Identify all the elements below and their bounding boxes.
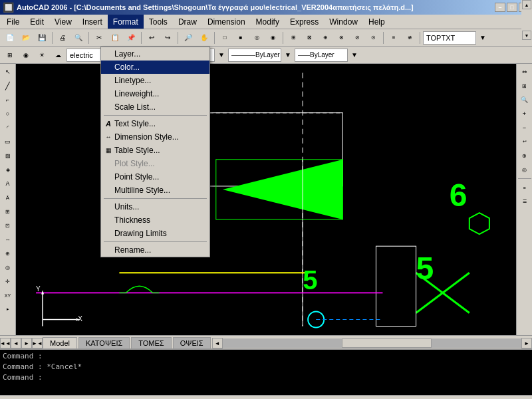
b11[interactable]: ≡: [386, 31, 401, 45]
tab-next-btn[interactable]: ►: [21, 338, 32, 348]
lt-insert[interactable]: ⊞: [1, 205, 15, 218]
open-button[interactable]: 📂: [19, 31, 33, 45]
linetype-combo[interactable]: ———— ByLayer: [228, 49, 281, 62]
copy-button[interactable]: 📋: [108, 31, 122, 45]
text-combo-arrow[interactable]: ▼: [477, 31, 488, 45]
linetype-combo-arrow[interactable]: ▼: [283, 48, 293, 63]
lt-polar[interactable]: ✛: [1, 275, 15, 288]
preview-button[interactable]: 🔍: [71, 31, 86, 45]
layer-btn4[interactable]: ☁: [51, 48, 65, 63]
menu-item-textstyle[interactable]: A Text Style...: [101, 117, 209, 130]
b5[interactable]: ⊞: [286, 31, 301, 45]
menu-format[interactable]: Format: [108, 15, 144, 29]
lt-attdef[interactable]: ⊡: [1, 219, 15, 232]
menu-item-lineweight[interactable]: Lineweight...: [101, 87, 209, 100]
menu-dimension[interactable]: Dimension: [202, 15, 251, 29]
lineweight-combo[interactable]: —— ByLayer: [295, 49, 348, 62]
b2[interactable]: ■: [233, 31, 248, 45]
h-scroll-track[interactable]: [223, 338, 521, 348]
maximize-button[interactable]: □: [507, 3, 517, 12]
paste-button[interactable]: 📌: [124, 31, 138, 45]
menu-item-thickness[interactable]: Thickness: [101, 213, 209, 227]
b3[interactable]: ◎: [249, 31, 264, 45]
cmd-scroll-up[interactable]: ▲: [522, 0, 531, 9]
rt-zoom-win[interactable]: 🔍: [518, 93, 531, 106]
lt-select[interactable]: ↖: [1, 65, 15, 78]
cmd-scroll-dn[interactable]: ▼: [522, 31, 531, 40]
menu-item-scalelist[interactable]: Scale List...: [101, 100, 209, 114]
b12[interactable]: ≢: [402, 31, 417, 45]
b4[interactable]: ◉: [265, 31, 280, 45]
lineweight-combo-arrow[interactable]: ▼: [349, 48, 360, 63]
canvas-area[interactable]: 6 5 5: [16, 64, 516, 335]
h-scroll-thumb[interactable]: [342, 338, 432, 348]
tab-tomes[interactable]: ΤΟΜΕΣ: [131, 337, 171, 348]
lt-circle[interactable]: ○: [1, 107, 15, 120]
rt-zoom-out[interactable]: −: [518, 121, 531, 134]
lt-arc[interactable]: ◜: [1, 121, 15, 134]
menu-item-units[interactable]: Units...: [101, 200, 209, 213]
menu-tools[interactable]: Tools: [144, 15, 173, 29]
menu-item-drawinglimits[interactable]: Drawing Limits: [101, 227, 209, 240]
menu-file[interactable]: File: [1, 15, 25, 29]
menu-item-linetype[interactable]: Linetype...: [101, 74, 209, 87]
lt-polyline[interactable]: ⌐: [1, 93, 15, 106]
lt-xyz[interactable]: XY: [1, 289, 15, 302]
lt-hatch[interactable]: ▨: [1, 149, 15, 162]
new-button[interactable]: 📄: [3, 31, 17, 45]
layer-btn3[interactable]: ☀: [35, 48, 49, 63]
menu-item-mlinestyle[interactable]: Multiline Style...: [101, 184, 209, 197]
lt-osnap[interactable]: ◎: [1, 261, 15, 274]
undo-button[interactable]: ↩: [144, 31, 159, 45]
menu-item-dimstyle[interactable]: ↔ Dimension Style...: [101, 130, 209, 144]
lt-dim[interactable]: ↔: [1, 233, 15, 246]
lt-snap[interactable]: ⊕: [1, 247, 15, 260]
menu-edit[interactable]: Edit: [25, 15, 49, 29]
cut-button[interactable]: ✂: [92, 31, 106, 45]
lt-wcs[interactable]: ▸: [1, 303, 15, 316]
b10[interactable]: ⊙: [366, 31, 380, 45]
layer-prop-btn[interactable]: ⊞: [3, 48, 17, 63]
menu-draw[interactable]: Draw: [173, 15, 202, 29]
rt-orbit[interactable]: ◎: [518, 163, 531, 176]
menu-item-tablestyle[interactable]: ▦ Table Style...: [101, 144, 209, 157]
b7[interactable]: ⊕: [318, 31, 332, 45]
b1[interactable]: □: [217, 31, 232, 45]
tab-first-btn[interactable]: ◄◄: [0, 338, 11, 348]
b8[interactable]: ⊗: [334, 31, 348, 45]
rt-zoom-all[interactable]: ⊞: [518, 79, 531, 92]
layer-btn2[interactable]: ◉: [19, 48, 33, 63]
menu-item-rename[interactable]: Rename...: [101, 243, 209, 257]
save-button[interactable]: 💾: [35, 31, 49, 45]
pan-button[interactable]: ✋: [197, 31, 211, 45]
color-combo-arrow[interactable]: ▼: [216, 48, 227, 63]
text-style-combo[interactable]: ΤΟPTXT: [423, 31, 476, 45]
menu-insert[interactable]: Insert: [77, 15, 108, 29]
rt-snap[interactable]: ⊕: [518, 149, 531, 162]
lt-text[interactable]: A: [1, 177, 15, 190]
tab-opseis[interactable]: ΟΨΕΙΣ: [173, 337, 211, 348]
rt-zoom-prev[interactable]: ↩: [518, 135, 531, 148]
menu-view[interactable]: View: [49, 15, 77, 29]
lt-rect[interactable]: ▭: [1, 135, 15, 148]
menu-modify[interactable]: Modify: [251, 15, 285, 29]
zoom-button[interactable]: 🔎: [181, 31, 196, 45]
menu-express[interactable]: Express: [285, 15, 324, 29]
rt-prop2[interactable]: ☰: [518, 195, 531, 208]
h-scroll-right[interactable]: ►: [521, 338, 532, 348]
menu-help[interactable]: Help: [363, 15, 390, 29]
print-button[interactable]: 🖨: [55, 31, 70, 45]
menu-window[interactable]: Window: [324, 15, 363, 29]
menu-item-color[interactable]: Color...: [101, 64, 209, 74]
minimize-button[interactable]: –: [495, 3, 505, 12]
tab-last-btn[interactable]: ►◄: [32, 338, 43, 348]
h-scroll-left[interactable]: ◄: [212, 338, 223, 348]
rt-zoom-in[interactable]: +: [518, 107, 531, 120]
menu-item-pointstyle[interactable]: Point Style...: [101, 170, 209, 184]
rt-prop1[interactable]: ≡: [518, 181, 531, 194]
tab-model[interactable]: Model: [43, 337, 77, 348]
b9[interactable]: ⊘: [350, 31, 364, 45]
cmd-input[interactable]: [47, 373, 468, 382]
b6[interactable]: ⊠: [302, 31, 317, 45]
redo-button[interactable]: ↪: [160, 31, 175, 45]
